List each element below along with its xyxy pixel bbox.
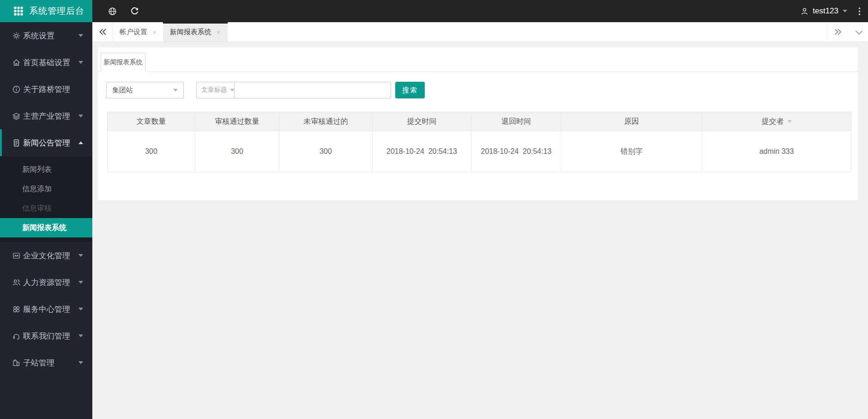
- sidebar-subitem-label: 信息添加: [22, 184, 52, 194]
- tabstrip: 帐户设置 × 新闻报表系统 ×: [92, 22, 868, 42]
- chevron-down-icon: [78, 254, 83, 257]
- table-header-row: 文章数量 审核通过数量 未审核通过的 提交时间 退回时间 原因 提交者: [108, 112, 851, 131]
- sidebar-item-subsite[interactable]: 子站管理: [0, 349, 92, 376]
- chevron-up-icon: [78, 141, 83, 144]
- chevron-down-icon: [78, 281, 83, 284]
- more-menu-button[interactable]: [858, 0, 861, 22]
- sidebar-item-label: 首页基础设置: [23, 57, 70, 68]
- globe-button[interactable]: [104, 0, 120, 22]
- chevron-down-icon: [78, 34, 83, 37]
- tabs-menu-button[interactable]: [848, 22, 868, 42]
- cell-return-time: 2018-10-24 20:54:13: [471, 131, 561, 172]
- double-chevron-left-icon: [98, 28, 108, 36]
- sidebar-subitem-news-list[interactable]: 新闻列表: [0, 160, 92, 179]
- close-icon[interactable]: ×: [152, 29, 157, 36]
- sidebar-item-label: 子站管理: [23, 358, 54, 368]
- sidebar-item-system-settings[interactable]: 系统设置: [0, 22, 92, 49]
- tab-account-settings[interactable]: 帐户设置 ×: [113, 22, 163, 42]
- cell-submit-time: 2018-10-24 20:54:13: [373, 131, 471, 172]
- sidebar: 系统设置 首页基础设置 关于路桥管理: [0, 22, 92, 419]
- col-submit-time: 提交时间: [373, 112, 471, 131]
- close-icon[interactable]: ×: [217, 29, 221, 36]
- sidebar-item-service-center[interactable]: 服务中心管理: [0, 296, 92, 322]
- info-icon: [12, 85, 21, 94]
- brand-logo: 系统管理后台: [0, 0, 92, 22]
- chevron-down-icon: [173, 89, 178, 91]
- sidebar-item-label: 系统设置: [23, 30, 54, 41]
- panel-tab-label: 新闻报表系统: [104, 58, 143, 67]
- sidebar-item-label: 服务中心管理: [23, 304, 70, 315]
- search-button[interactable]: 搜索: [395, 82, 425, 98]
- user-icon: [800, 7, 809, 16]
- sidebar-item-homepage-settings[interactable]: 首页基础设置: [0, 49, 92, 76]
- cell-unapproved-count: 300: [279, 131, 373, 172]
- col-return-time: 退回时间: [471, 112, 561, 131]
- sidebar-item-hr[interactable]: 人力资源管理: [0, 269, 92, 296]
- refresh-button[interactable]: [127, 0, 142, 22]
- headset-icon: [12, 332, 21, 340]
- grid-logo-icon: [14, 6, 23, 16]
- kebab-menu-icon: [858, 7, 861, 16]
- chevron-down-icon: [78, 308, 83, 310]
- home-icon: [12, 58, 21, 67]
- sidebar-item-main-industry[interactable]: 主营产业管理: [0, 103, 92, 129]
- user-menu[interactable]: test123: [800, 0, 847, 22]
- sidebar-item-about-luqiao[interactable]: 关于路桥管理: [0, 76, 92, 103]
- news-submenu: 新闻列表 信息添加 信息审核 新闻报表系统: [0, 156, 92, 242]
- sidebar-item-label: 新闻公告管理: [23, 138, 70, 148]
- layers-icon: [12, 112, 21, 121]
- keyword-field-group: 文章标题: [196, 82, 391, 98]
- banner-icon: [12, 251, 21, 260]
- sidebar-item-news-management[interactable]: 新闻公告管理: [0, 129, 92, 156]
- col-article-count: 文章数量: [108, 112, 195, 131]
- tab-news-report[interactable]: 新闻报表系统 ×: [163, 22, 228, 42]
- sidebar-item-contact[interactable]: 联系我们管理: [0, 322, 92, 349]
- topbar-right: test123: [800, 0, 868, 22]
- chevron-down-icon: [78, 334, 83, 337]
- sidebar-subitem-label: 信息审核: [22, 204, 52, 213]
- refresh-icon: [130, 7, 139, 16]
- clover-icon: [12, 305, 21, 314]
- table-row: 300 300 300 2018-10-24 20:54:13 2018-10-…: [108, 131, 851, 172]
- tabs-scroll-left-button[interactable]: [92, 22, 113, 42]
- globe-icon: [108, 7, 117, 16]
- sidebar-item-label: 联系我们管理: [23, 331, 70, 341]
- people-icon: [12, 278, 21, 287]
- col-approved-count: 审核通过数量: [195, 112, 279, 131]
- sidebar-item-culture[interactable]: 企业文化管理: [0, 242, 92, 269]
- sidebar-subitem-news-report[interactable]: 新闻报表系统: [0, 218, 92, 237]
- sidebar-subitem-info-add[interactable]: 信息添加: [0, 179, 92, 199]
- site-select[interactable]: 集团站: [106, 82, 184, 98]
- gear-icon: [12, 31, 21, 40]
- cell-reason: 错别字: [561, 131, 702, 172]
- report-table: 文章数量 审核通过数量 未审核通过的 提交时间 退回时间 原因 提交者 300 …: [107, 112, 851, 172]
- topbar: 系统管理后台: [0, 0, 868, 22]
- sidebar-item-label: 企业文化管理: [23, 250, 70, 261]
- sidebar-subitem-label: 新闻报表系统: [22, 223, 66, 233]
- sidebar-subitem-info-review[interactable]: 信息审核: [0, 199, 92, 218]
- title-field-select[interactable]: 文章标题: [196, 82, 234, 98]
- col-unapproved-count: 未审核通过的: [279, 112, 373, 131]
- chevron-down-icon: [78, 61, 83, 64]
- sidebar-item-label: 关于路桥管理: [23, 84, 70, 95]
- chevron-down-icon: [78, 115, 83, 117]
- cell-article-count: 300: [108, 131, 195, 172]
- main-content: 新闻报表系统 集团站 文章标题 搜索: [92, 42, 868, 419]
- report-panel: 新闻报表系统 集团站 文章标题 搜索: [98, 48, 858, 200]
- username: test123: [813, 6, 838, 16]
- sort-caret-icon: [787, 120, 792, 123]
- chevron-down-icon: [78, 361, 83, 364]
- panel-tab-news-report[interactable]: 新闻报表系统: [101, 53, 145, 72]
- sidebar-item-label: 人力资源管理: [23, 277, 70, 288]
- keyword-input[interactable]: [234, 82, 391, 98]
- chevron-down-icon: [855, 27, 862, 35]
- tabs-scroll-right-button[interactable]: [827, 22, 848, 42]
- col-submitter[interactable]: 提交者: [702, 112, 851, 131]
- sidebar-subitem-label: 新闻列表: [22, 165, 52, 175]
- sidebar-item-label: 主营产业管理: [23, 111, 70, 121]
- panel-tab-bar: 新闻报表系统: [98, 48, 858, 72]
- tabstrip-right-controls: [827, 22, 868, 42]
- chevron-down-icon: [843, 10, 847, 12]
- filter-row: 集团站 文章标题 搜索: [106, 82, 858, 98]
- cell-approved-count: 300: [195, 131, 279, 172]
